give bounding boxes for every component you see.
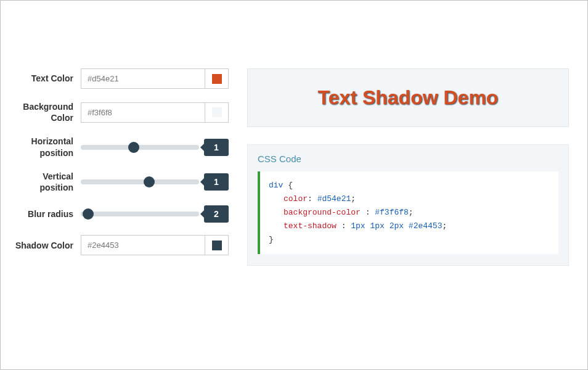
css-code-panel: CSS Code div { color: #d54e21; backgroun… (247, 144, 569, 266)
demo-text: Text Shadow Demo (254, 86, 562, 109)
shadow-color-input[interactable] (81, 236, 205, 255)
blur-value-badge: 2 (204, 205, 229, 223)
vertical-thumb[interactable] (144, 176, 155, 187)
horizontal-label: Horizontal position (13, 136, 81, 158)
background-color-field (81, 102, 229, 123)
shadow-color-row: Shadow Color (13, 235, 229, 255)
background-color-swatch (212, 107, 222, 117)
shadow-color-field (81, 235, 229, 255)
controls-panel: Text Color Background Color (13, 68, 229, 345)
shadow-color-swatch-button[interactable] (205, 236, 228, 255)
vertical-value-badge: 1 (204, 173, 229, 191)
horizontal-value-badge: 1 (204, 139, 229, 156)
horizontal-row: Horizontal position 1 (13, 136, 229, 158)
text-color-input[interactable] (81, 69, 205, 88)
preview-panel: Text Shadow Demo CSS Code div { color: #… (247, 68, 569, 345)
blur-row: Blur radius 2 (13, 205, 229, 223)
vertical-label: Vertical position (13, 171, 81, 193)
background-color-input[interactable] (81, 103, 205, 122)
text-color-swatch-button[interactable] (205, 69, 228, 88)
text-color-row: Text Color (13, 68, 229, 89)
blur-thumb[interactable] (83, 208, 94, 220)
vertical-slider[interactable] (81, 179, 199, 184)
blur-label: Blur radius (13, 208, 81, 220)
css-code-block: div { color: #d54e21; background-color :… (258, 171, 558, 254)
vertical-row: Vertical position 1 (13, 171, 229, 193)
background-color-row: Background Color (13, 101, 229, 123)
background-color-label: Background Color (13, 101, 81, 123)
text-color-swatch (212, 74, 222, 84)
blur-slider[interactable] (81, 212, 199, 216)
background-color-swatch-button[interactable] (205, 103, 228, 122)
demo-box: Text Shadow Demo (247, 68, 569, 127)
horizontal-thumb[interactable] (128, 142, 139, 153)
shadow-color-swatch (212, 240, 222, 250)
css-code-title: CSS Code (258, 154, 558, 164)
text-color-field (81, 68, 229, 89)
horizontal-slider[interactable] (81, 145, 199, 150)
app-frame: Text Color Background Color (0, 0, 588, 370)
shadow-color-label: Shadow Color (13, 240, 81, 251)
text-color-label: Text Color (13, 73, 81, 84)
code-selector: div (269, 181, 283, 190)
